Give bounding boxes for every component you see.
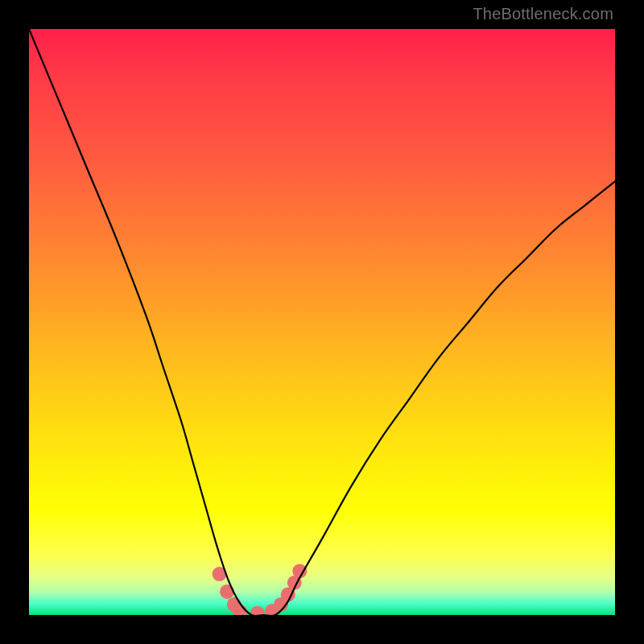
trough-markers — [213, 564, 308, 615]
attribution-text: TheBottleneck.com — [473, 5, 613, 23]
trough-marker — [250, 606, 265, 615]
bottleneck-curve — [29, 29, 615, 615]
plot-area — [29, 29, 615, 615]
curve-layer — [29, 29, 615, 615]
chart-frame: TheBottleneck.com — [0, 0, 644, 644]
trough-marker — [220, 584, 234, 599]
